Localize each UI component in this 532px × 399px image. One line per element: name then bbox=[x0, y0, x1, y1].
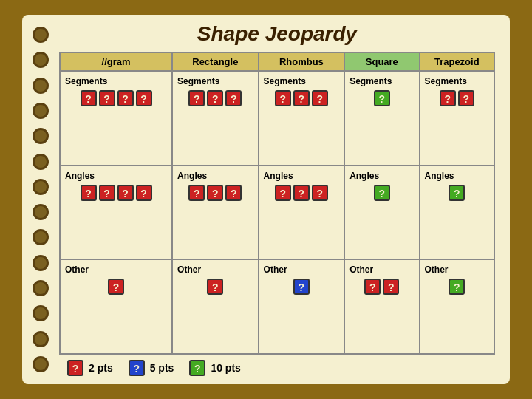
table-cell: Angles? bbox=[420, 166, 494, 260]
section-label: Segments bbox=[175, 75, 256, 88]
section-label: Angles bbox=[63, 169, 169, 183]
qmarks-row: ??? bbox=[262, 184, 342, 202]
section-label: Angles bbox=[347, 169, 416, 183]
question-mark-box[interactable]: ? bbox=[312, 90, 328, 106]
table-cell: Angles???? bbox=[60, 166, 172, 260]
question-mark-box[interactable]: ? bbox=[67, 360, 83, 376]
question-mark-box[interactable]: ? bbox=[117, 185, 134, 201]
section-label: Other bbox=[175, 263, 256, 276]
column-header-rect: Rectangle bbox=[172, 52, 259, 71]
section-label: Segments bbox=[423, 75, 491, 88]
qmarks-row: ?? bbox=[347, 278, 416, 296]
question-mark-box[interactable]: ? bbox=[449, 279, 465, 295]
question-mark-box[interactable]: ? bbox=[188, 90, 205, 106]
table-cell: Other? bbox=[172, 259, 259, 354]
qmarks-row: ??? bbox=[175, 89, 256, 107]
table-cell: Other?? bbox=[344, 259, 419, 354]
qmarks-row: ? bbox=[262, 278, 342, 296]
question-mark-box[interactable]: ? bbox=[293, 279, 310, 295]
question-mark-box[interactable]: ? bbox=[117, 90, 134, 106]
spiral bbox=[33, 305, 49, 321]
page-title: Shape Jeopardy bbox=[59, 22, 495, 46]
question-mark-box[interactable]: ? bbox=[374, 185, 390, 201]
section-label: Angles bbox=[175, 169, 256, 183]
table-row: Angles????Angles???Angles???Angles?Angle… bbox=[60, 166, 494, 260]
question-mark-box[interactable]: ? bbox=[293, 185, 310, 201]
section-label: Angles bbox=[262, 169, 342, 183]
question-mark-box[interactable]: ? bbox=[136, 90, 152, 106]
question-mark-box[interactable]: ? bbox=[293, 90, 310, 106]
column-header-gram: //gram bbox=[60, 52, 172, 71]
spiral bbox=[33, 27, 49, 43]
spiral bbox=[33, 331, 49, 347]
section-label: Angles bbox=[423, 169, 491, 183]
question-mark-box[interactable]: ? bbox=[312, 185, 328, 201]
points-legend: ?2 pts?5 pts?10 pts bbox=[59, 355, 495, 377]
points-label: 5 pts bbox=[150, 362, 174, 374]
spiral bbox=[33, 128, 49, 144]
jeopardy-grid: //gramRectangleRhombusSquareTrapezoidSeg… bbox=[59, 52, 495, 355]
section-label: Segments bbox=[63, 75, 169, 88]
column-header-rhom: Rhombus bbox=[259, 52, 345, 71]
question-mark-box[interactable]: ? bbox=[189, 360, 205, 376]
question-mark-box[interactable]: ? bbox=[81, 90, 97, 106]
question-mark-box[interactable]: ? bbox=[275, 185, 291, 201]
qmarks-row: ? bbox=[175, 278, 256, 296]
table-cell: Other? bbox=[420, 259, 494, 354]
table-cell: Angles??? bbox=[259, 166, 345, 260]
question-mark-box[interactable]: ? bbox=[374, 90, 390, 106]
question-mark-box[interactable]: ? bbox=[108, 279, 124, 295]
question-mark-box[interactable]: ? bbox=[364, 279, 381, 295]
question-mark-box[interactable]: ? bbox=[188, 185, 205, 201]
section-label: Other bbox=[423, 263, 491, 276]
section-label: Segments bbox=[262, 75, 342, 88]
spiral bbox=[33, 204, 49, 220]
question-mark-box[interactable]: ? bbox=[129, 360, 145, 376]
section-label: Other bbox=[347, 263, 416, 276]
points-label: 2 pts bbox=[89, 362, 113, 374]
question-mark-box[interactable]: ? bbox=[99, 185, 115, 201]
question-mark-box[interactable]: ? bbox=[81, 185, 97, 201]
table-cell: Segments???? bbox=[60, 71, 172, 166]
qmarks-row: ???? bbox=[63, 89, 169, 107]
table-cell: Segments? bbox=[344, 71, 419, 166]
points-item: ?10 pts bbox=[188, 359, 240, 377]
spiral bbox=[33, 78, 49, 94]
qmarks-row: ? bbox=[347, 89, 416, 107]
question-mark-box[interactable]: ? bbox=[99, 90, 115, 106]
section-label: Other bbox=[63, 263, 169, 276]
spiral bbox=[33, 52, 49, 68]
question-mark-box[interactable]: ? bbox=[207, 279, 223, 295]
question-mark-box[interactable]: ? bbox=[275, 90, 291, 106]
table-cell: Other? bbox=[60, 259, 172, 354]
spiral-binding bbox=[30, 22, 52, 377]
table-cell: Segments?? bbox=[420, 71, 494, 166]
qmarks-row: ???? bbox=[63, 184, 169, 202]
table-cell: Other? bbox=[259, 259, 345, 354]
question-mark-box[interactable]: ? bbox=[207, 90, 223, 106]
spiral bbox=[33, 255, 49, 271]
section-label: Other bbox=[262, 263, 342, 276]
question-mark-box[interactable]: ? bbox=[449, 185, 465, 201]
question-mark-box[interactable]: ? bbox=[207, 185, 223, 201]
question-mark-box[interactable]: ? bbox=[383, 279, 399, 295]
spiral bbox=[33, 154, 49, 170]
qmarks-row: ? bbox=[347, 184, 416, 202]
spiral bbox=[33, 280, 49, 296]
spiral bbox=[33, 356, 49, 372]
table-cell: Angles? bbox=[344, 166, 419, 260]
column-header-trap: Trapezoid bbox=[420, 52, 494, 71]
table-row: Other?Other?Other?Other??Other? bbox=[60, 259, 494, 354]
qmarks-row: ? bbox=[63, 278, 169, 296]
question-mark-box[interactable]: ? bbox=[458, 90, 474, 106]
question-mark-box[interactable]: ? bbox=[136, 185, 152, 201]
qmarks-row: ?? bbox=[423, 89, 491, 107]
spiral bbox=[33, 103, 49, 119]
question-mark-box[interactable]: ? bbox=[225, 90, 242, 106]
section-label: Segments bbox=[347, 75, 416, 88]
table-cell: Angles??? bbox=[172, 166, 259, 260]
question-mark-box[interactable]: ? bbox=[225, 185, 242, 201]
question-mark-box[interactable]: ? bbox=[440, 90, 456, 106]
spiral bbox=[33, 229, 49, 245]
qmarks-row: ??? bbox=[175, 184, 256, 202]
